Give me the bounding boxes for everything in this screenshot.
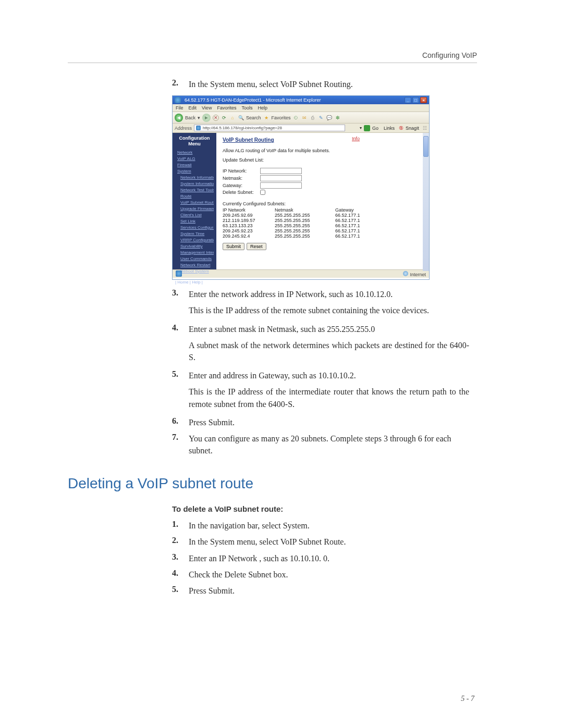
page-number: 5 - 7 — [461, 695, 474, 703]
del-step-2: 2. In the System menu, select VoIP Subne… — [172, 536, 469, 548]
cell: 66.52.177.1 — [335, 228, 372, 233]
discuss-icon[interactable]: 💬 — [326, 115, 333, 121]
history-icon[interactable]: ⏲ — [293, 115, 299, 121]
del-step-3: 3. Enter an IP Network , such as 10.10.1… — [172, 552, 469, 564]
step-num: 2. — [172, 536, 182, 548]
extra-icon[interactable]: ❇ — [335, 115, 341, 121]
go-button-icon[interactable] — [364, 125, 370, 131]
del-step-1: 1. In the navigation bar, select System. — [172, 520, 469, 532]
label-netmask: Netmask: — [223, 176, 257, 181]
menu-help[interactable]: Help — [258, 105, 267, 110]
scroll-thumb[interactable] — [423, 136, 429, 157]
menu-tools[interactable]: Tools — [241, 105, 252, 110]
step-2: 2. In the System menu, select VoIP Subne… — [172, 78, 469, 90]
toolbar-sep: ▾ — [198, 115, 200, 120]
browser-titlebar: 64.52.177.5 HGT-DAN-EdgeProtect1 - Micro… — [173, 96, 429, 104]
menu-edit[interactable]: Edit — [189, 105, 197, 110]
internet-zone-icon — [403, 271, 408, 276]
sidebar-item-services[interactable]: Services Configuration — [175, 225, 214, 231]
snagit-ext-icon[interactable]: ☷ — [423, 126, 427, 131]
print-icon[interactable]: ⎙ — [310, 115, 316, 121]
edit-icon[interactable]: ✎ — [318, 115, 324, 121]
sidebar-item-route[interactable]: Route — [175, 193, 214, 200]
favorites-icon[interactable]: ★ — [263, 115, 270, 121]
sidebar-item-firewall[interactable]: Firewall — [175, 162, 214, 168]
header-rule — [68, 63, 477, 63]
submit-button[interactable]: Submit — [223, 243, 244, 250]
back-label: Back — [185, 115, 195, 120]
sidebar-heading: Configuration Menu — [175, 135, 214, 147]
step-7: 7. You can configure as many as 20 subne… — [172, 433, 469, 456]
step-num: 1. — [172, 520, 182, 532]
cell: 255.255.255.255 — [275, 228, 327, 233]
step-num: 3. — [172, 288, 182, 300]
menu-view[interactable]: View — [202, 105, 212, 110]
refresh-icon[interactable]: ⟳ — [221, 115, 227, 121]
stop-icon[interactable]: ✕ — [213, 115, 219, 121]
sidebar-item-network-info[interactable]: Network Information — [175, 175, 214, 181]
cell: 255.255.255.255 — [275, 218, 327, 223]
reset-button[interactable]: Reset — [247, 243, 266, 250]
subnets-table: IP Network Netmask Gateway 209.245.92.69… — [223, 207, 423, 239]
sidebar-item-surv[interactable]: Survivability — [175, 243, 214, 250]
step-text: You can configure as many as 20 subnets.… — [189, 433, 469, 456]
sidebar-item-usercmd[interactable]: User Commands — [175, 256, 214, 262]
label-gateway: Gateway: — [223, 183, 257, 188]
update-list-label: Update Subnet List: — [223, 157, 423, 163]
sidebar-item-upgrade[interactable]: Upgrade Firmware — [175, 206, 214, 212]
addr-dropdown-icon[interactable]: ▾ — [360, 126, 362, 130]
maximize-button[interactable]: □ — [412, 97, 419, 103]
forward-icon[interactable]: ► — [202, 114, 211, 122]
step-num: 4. — [172, 569, 182, 581]
input-netmask[interactable] — [260, 175, 302, 181]
step-text: In the navigation bar, select System. — [189, 520, 310, 532]
step-num: 2. — [172, 78, 182, 90]
sub-heading: To delete a VoIP subnet route: — [172, 504, 469, 513]
sidebar-item-clients[interactable]: Client's List — [175, 212, 214, 218]
info-link[interactable]: Info — [352, 136, 360, 141]
sidebar-item-net-test[interactable]: Network Test Tools — [175, 187, 214, 193]
sidebar-item-voip-subnet[interactable]: VoIP Subnet Routing — [175, 200, 214, 206]
step-text: Check the Delete Subnet box. — [189, 569, 288, 581]
header-right: Configuring VoIP — [422, 51, 477, 59]
sidebar-item-setlink[interactable]: Set Link — [175, 218, 214, 225]
config-sidebar: Configuration Menu Network VoIP ALG Fire… — [173, 133, 216, 269]
links-label[interactable]: Links — [384, 126, 395, 131]
sidebar-footer[interactable]: | Home | Help | — [175, 280, 214, 285]
menu-file[interactable]: File — [176, 105, 183, 110]
label-delete: Delete Subnet: — [223, 190, 257, 195]
snagit-icon[interactable]: ⦿ — [399, 126, 403, 131]
sidebar-item-vrrp[interactable]: VRRP Configuration — [175, 237, 214, 243]
browser-menubar: File Edit View Favorites Tools Help — [173, 104, 429, 112]
close-button[interactable]: × — [420, 97, 427, 103]
address-value: http://64.5.186.178/cgi-bin/config?page=… — [203, 126, 282, 130]
minimize-button[interactable]: _ — [405, 97, 411, 103]
step-text: Enter a subnet mask in Netmask, such as … — [189, 323, 375, 335]
sidebar-item-netrestart[interactable]: Network Restart — [175, 262, 214, 268]
home-icon[interactable]: ⌂ — [229, 115, 236, 121]
address-field[interactable]: http://64.5.186.178/cgi-bin/config?page=… — [194, 125, 345, 131]
search-icon[interactable]: 🔍 — [238, 115, 244, 121]
menu-favorites[interactable]: Favorites — [217, 105, 236, 110]
table-header: IP Network Netmask Gateway — [223, 207, 423, 213]
back-icon[interactable]: ◄ — [175, 114, 183, 122]
table-row: 209.245.92.4255.255.255.25566.52.177.1 — [223, 233, 423, 239]
sidebar-item-system-info[interactable]: System Information — [175, 181, 214, 187]
input-ip[interactable] — [260, 168, 302, 174]
scrollbar[interactable] — [423, 133, 429, 271]
sidebar-item-network[interactable]: Network — [175, 150, 214, 156]
second-section-body: To delete a VoIP subnet route: 1. In the… — [172, 504, 469, 597]
sidebar-item-mgmt[interactable]: Management Interface — [175, 250, 214, 256]
status-ie-icon — [176, 270, 182, 277]
checkbox-delete[interactable] — [260, 190, 265, 195]
sidebar-item-systime[interactable]: System Time — [175, 231, 214, 237]
favorites-label: Favorites — [272, 115, 291, 120]
table-row: 212.119.189.57255.255.255.25566.52.177.1 — [223, 218, 423, 223]
input-gateway[interactable] — [260, 182, 302, 189]
mail-icon[interactable]: ✉ — [301, 115, 308, 121]
sidebar-item-system[interactable]: System — [175, 168, 214, 175]
sidebar-item-voip-alg[interactable]: VoIP ALG — [175, 156, 214, 162]
pane-desc: Allow ALG routing of VoIP data for multi… — [223, 148, 423, 153]
cell: 212.119.189.57 — [223, 218, 266, 223]
cell: 63.123.133.23 — [223, 223, 266, 228]
